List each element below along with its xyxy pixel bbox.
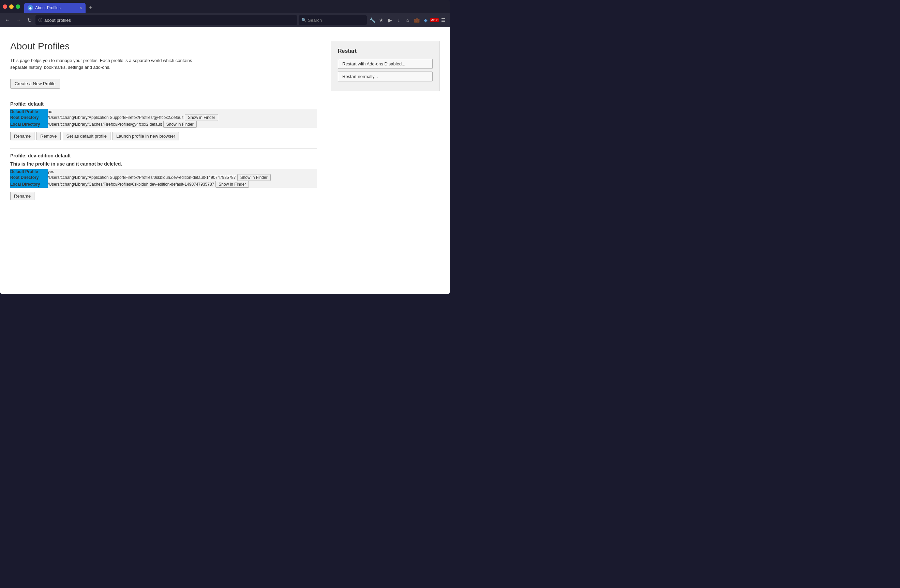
profile-section-0: Profile: defaultDefault ProfilenoRoot Di…	[10, 97, 317, 140]
refresh-button[interactable]: ↻	[25, 15, 34, 25]
profile-row-value-1-0: yes	[48, 169, 317, 174]
create-profile-button[interactable]: Create a New Profile	[10, 79, 60, 88]
table-row: Local Directory/Users/cchang/Library/Cac…	[10, 181, 317, 188]
profile-name-0: Profile: default	[10, 101, 317, 107]
search-placeholder: Search	[308, 18, 322, 23]
back-button[interactable]: ←	[3, 15, 12, 25]
profile-row-value-0-1: /Users/cchang/Library/Application Suppor…	[48, 114, 317, 121]
show-in-finder-button-0-2[interactable]: Show in Finder	[163, 121, 197, 128]
profile-row-label-0-1: Root Directory	[10, 114, 48, 121]
title-bar: ◆ About Profiles × +	[0, 0, 450, 13]
sidebar-panel: Restart Restart with Add-ons Disabled...…	[331, 41, 440, 280]
restart-title: Restart	[338, 48, 433, 54]
profile-section-1: Profile: dev-edition-defaultThis is the …	[10, 149, 317, 200]
page-content: About Profiles This page helps you to ma…	[0, 27, 450, 294]
bookmark-icon[interactable]: ★	[377, 16, 385, 24]
profile-actions-1: Rename	[10, 192, 317, 200]
show-in-finder-button-1-1[interactable]: Show in Finder	[237, 174, 271, 181]
pocket-icon[interactable]: 💼	[413, 16, 421, 24]
vpn-icon[interactable]: ◆	[421, 16, 430, 24]
address-bar[interactable]: ⓘ about:profiles	[36, 15, 297, 25]
profile-table-1: Default ProfileyesRoot Directory/Users/c…	[10, 169, 317, 188]
profile-row-value-0-0: no	[48, 109, 317, 114]
profile-name-1: Profile: dev-edition-default	[10, 153, 317, 158]
profile-row-value-1-2: /Users/cchang/Library/Caches/Firefox/Pro…	[48, 181, 317, 188]
profile-row-label-1-2: Local Directory	[10, 181, 48, 188]
profile-table-0: Default ProfilenoRoot Directory/Users/cc…	[10, 109, 317, 128]
profile-in-use-msg-1: This is the profile in use and it cannot…	[10, 161, 317, 167]
abp-icon[interactable]: ABP	[430, 16, 438, 24]
profile-row-label-1-1: Root Directory	[10, 174, 48, 181]
forward-button[interactable]: →	[14, 15, 23, 25]
profile-row-value-0-2: /Users/cchang/Library/Caches/Firefox/Pro…	[48, 121, 317, 128]
new-tab-button[interactable]: +	[85, 3, 96, 13]
tab-favicon: ◆	[28, 5, 33, 11]
table-row: Local Directory/Users/cchang/Library/Cac…	[10, 121, 317, 128]
profile-row-label-1-0: Default Profile	[10, 169, 48, 174]
profile-actions-0: RenameRemoveSet as default profileLaunch…	[10, 132, 317, 140]
info-icon: ⓘ	[38, 17, 42, 23]
traffic-lights	[3, 5, 20, 9]
show-in-finder-button-1-2[interactable]: Show in Finder	[216, 181, 249, 188]
reading-list-icon[interactable]: ▶	[386, 16, 394, 24]
restart-normally-button[interactable]: Restart normally...	[338, 71, 433, 81]
download-icon[interactable]: ↓	[395, 16, 403, 24]
search-icon: 🔍	[301, 18, 306, 22]
search-bar[interactable]: 🔍 Search	[299, 15, 367, 25]
action-btn-1-0[interactable]: Rename	[10, 192, 34, 200]
active-tab[interactable]: ◆ About Profiles ×	[24, 3, 85, 13]
table-row: Default Profileyes	[10, 169, 317, 174]
address-text: about:profiles	[44, 18, 295, 23]
profiles-container: Profile: defaultDefault ProfilenoRoot Di…	[10, 97, 317, 200]
profile-row-label-0-0: Default Profile	[10, 109, 48, 114]
toolbar-icons: 🔧 ★ ▶ ↓ ⌂ 💼 ◆ ABP ☰	[368, 16, 447, 24]
maximize-window-button[interactable]	[16, 5, 20, 9]
profile-row-value-1-1: /Users/cchang/Library/Application Suppor…	[48, 174, 317, 181]
tab-close-button[interactable]: ×	[79, 5, 82, 10]
toolbar: ← → ↻ ⓘ about:profiles 🔍 Search 🔧 ★ ▶ ↓ …	[0, 13, 450, 27]
page-description: This page helps you to manage your profi…	[10, 57, 208, 71]
table-row: Default Profileno	[10, 109, 317, 114]
browser-window: ◆ About Profiles × + ← → ↻ ⓘ about:profi…	[0, 0, 450, 294]
action-btn-0-1[interactable]: Remove	[36, 132, 61, 140]
restart-addons-button[interactable]: Restart with Add-ons Disabled...	[338, 59, 433, 69]
table-row: Root Directory/Users/cchang/Library/Appl…	[10, 114, 317, 121]
table-row: Root Directory/Users/cchang/Library/Appl…	[10, 174, 317, 181]
tab-title: About Profiles	[35, 5, 78, 10]
wrench-icon[interactable]: 🔧	[368, 16, 376, 24]
home-icon[interactable]: ⌂	[403, 16, 412, 24]
menu-icon[interactable]: ☰	[439, 16, 447, 24]
show-in-finder-button-0-1[interactable]: Show in Finder	[185, 114, 218, 121]
page-title: About Profiles	[10, 41, 317, 52]
action-btn-0-3[interactable]: Launch profile in new browser	[113, 132, 179, 140]
profile-row-label-0-2: Local Directory	[10, 121, 48, 128]
close-window-button[interactable]	[3, 5, 7, 9]
restart-box: Restart Restart with Add-ons Disabled...…	[331, 41, 440, 91]
action-btn-0-0[interactable]: Rename	[10, 132, 34, 140]
minimize-window-button[interactable]	[9, 5, 14, 9]
action-btn-0-2[interactable]: Set as default profile	[63, 132, 111, 140]
main-content: About Profiles This page helps you to ma…	[10, 41, 317, 280]
tabs-bar: ◆ About Profiles × +	[24, 0, 447, 13]
